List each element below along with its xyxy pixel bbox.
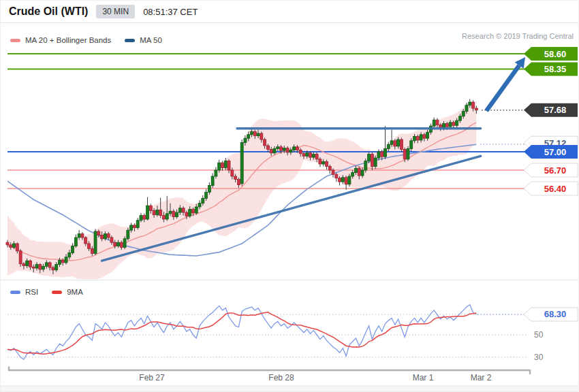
candle-body [19,251,22,264]
research-watermark: Research © 2019 Trading Central [462,32,574,40]
price-level-badge-57.00-label: 57.00 [544,147,567,157]
candle-body [140,216,142,220]
candle-body [296,147,298,150]
candle-body [345,178,347,184]
legend-label: MA 20 + Bollinger Bands [25,36,111,44]
candle-body [234,176,237,180]
candle-body [198,203,201,207]
candle-body [351,173,354,176]
candle-body [195,207,198,213]
candle-body [332,170,334,174]
legend-label: RSI [25,288,38,296]
candle-body [368,154,371,161]
candle-body [88,244,91,248]
last-price-badge-label: 57.68 [544,105,567,115]
chart-header: Crude Oil (WTI) 30 MIN 08:51:37 CET [1,1,578,23]
candle-body [107,234,110,238]
candle-body [97,231,100,235]
candle-body [319,159,322,164]
candle-body [260,133,263,140]
candle-body [146,206,149,219]
candle-body [39,265,42,270]
candle-body [335,174,338,178]
candle-body [215,170,217,176]
candle-body [101,235,104,238]
candle-body [403,149,406,159]
candle-body [469,102,471,105]
candle-body [130,225,133,230]
instrument-title: Crude Oil (WTI) [9,5,88,18]
candle-body [253,131,256,135]
nine-ma-swatch-icon [52,291,62,294]
candle-body [244,138,247,142]
legend-item-9ma: 9MA [52,288,83,296]
candle-body [42,266,45,270]
price-level-badge-58.35-label: 58.35 [544,64,567,74]
candle-body [410,141,413,149]
legend-item-rsi: RSI [10,288,38,296]
candle-body [32,267,35,268]
candle-body [208,186,210,193]
candle-body [52,267,54,270]
candle-body [78,234,80,238]
candle-body [6,242,9,245]
candle-body [384,149,386,157]
candle-body [58,260,61,264]
candle-body [237,180,240,185]
candle-body [22,264,25,266]
candle-body [443,124,445,128]
candle-body [315,154,318,159]
candle-body [270,149,272,152]
candle-body [94,231,97,253]
legend-label: MA 50 [140,36,162,44]
candle-body [191,210,194,213]
candle-body [348,176,351,184]
candle-body [358,168,360,176]
candle-body [240,143,243,184]
chart-page: Crude Oil (WTI) 30 MIN 08:51:37 CET MA 2… [0,0,579,392]
candle-body [364,161,367,171]
candle-body [136,220,139,228]
candle-body [452,122,455,126]
candle-body [185,212,188,216]
candle-body [29,261,31,267]
candle-body [433,120,435,126]
candle-body [445,124,448,127]
candle-body [456,120,458,125]
candle-body [16,244,18,251]
candle-body [35,265,38,268]
candle-body [387,144,390,148]
candle-body [224,161,227,168]
candle-body [153,210,155,214]
candle-body [251,131,253,135]
candle-body [72,246,74,253]
candle-body [61,260,64,263]
candle-body [91,248,93,253]
candle-body [123,239,126,248]
timeframe-badge[interactable]: 30 MIN [96,5,135,18]
candle-body [374,158,377,167]
rsi-pane: 5030 [7,305,544,362]
candle-body [361,170,364,176]
ma50-swatch-icon [125,39,135,42]
price-level-badge-56.70-label: 56.70 [544,165,567,176]
candle-body [211,176,214,186]
legend-label: 9MA [67,288,83,296]
candle-body [325,161,328,166]
candle-body [416,137,419,140]
candle-body [74,238,77,246]
candle-body [266,146,269,149]
candle-body [413,137,416,141]
rsi-gridline-label-30: 30 [534,353,544,362]
candle-body [166,214,168,219]
candle-body [133,225,136,228]
candle-body [10,245,12,248]
price-and-rsi-chart: 57.1258.6058.3557.0056.7056.4057.6850306… [1,1,579,392]
legend-item-ma50: MA 50 [125,36,162,44]
candle-body [162,216,165,219]
candle-body [176,212,178,216]
candle-body [205,192,208,198]
candle-body [283,148,285,151]
candle-body [390,141,393,144]
x-axis-date-label: Feb 27 [139,373,165,382]
